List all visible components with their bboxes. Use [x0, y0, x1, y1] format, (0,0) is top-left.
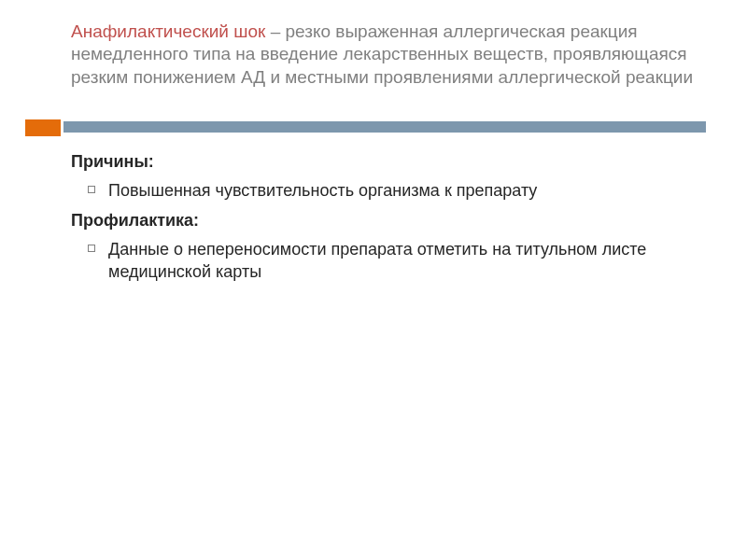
list-item: Данные о непереносимости препарата отмет… [71, 238, 706, 284]
title-term: Анафилактический шок [71, 21, 265, 41]
square-bullet-icon [88, 186, 95, 193]
divider-row [0, 119, 747, 136]
accent-square [25, 119, 61, 136]
slide-title: Анафилактический шок – резко выраженная … [71, 21, 706, 89]
square-bullet-icon [88, 245, 95, 252]
list-item: Повышенная чувствительность организма к … [71, 179, 706, 202]
list-item-text: Данные о непереносимости препарата отмет… [108, 238, 706, 284]
causes-heading: Причины: [71, 150, 706, 173]
divider-bar [63, 121, 706, 133]
list-item-text: Повышенная чувствительность организма к … [108, 179, 706, 202]
slide: Анафилактический шок – резко выраженная … [0, 0, 747, 560]
prevention-heading: Профилактика: [71, 209, 706, 231]
slide-body: Причины: Повышенная чувствительность орг… [71, 150, 706, 289]
